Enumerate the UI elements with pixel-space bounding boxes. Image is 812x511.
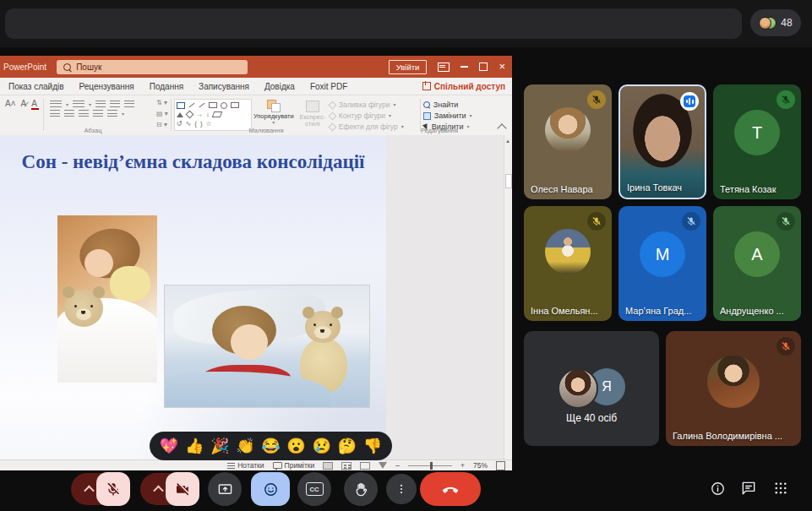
find-button[interactable]: Знайти [423, 101, 501, 109]
signin-button[interactable]: Увійти [389, 60, 428, 74]
scroll-up-icon[interactable]: ▲ [505, 139, 510, 144]
participant-tile[interactable]: Т Тетяна Козак [713, 84, 801, 199]
arrow-shape-icon[interactable] [199, 103, 204, 107]
align-center-icon[interactable] [64, 110, 74, 117]
justify-icon[interactable] [93, 110, 103, 117]
slideshow-view-icon[interactable] [379, 462, 387, 469]
ribbon-display-options-icon[interactable] [438, 63, 450, 72]
text-direction-icon[interactable]: ⇅ ▾ [156, 99, 168, 106]
chat-button[interactable] [738, 479, 759, 497]
down-arrow-shape-icon[interactable]: ↓ [206, 111, 210, 118]
captions-button[interactable]: CC [297, 472, 331, 506]
tab-slideshow[interactable]: Показ слайдів [8, 82, 64, 91]
font-color-icon[interactable]: A [31, 99, 37, 108]
tab-help[interactable]: Довідка [264, 82, 295, 91]
normal-view-icon[interactable] [323, 462, 333, 470]
participant-tile[interactable]: Олеся Навара [524, 84, 612, 199]
reaction-joy[interactable]: 😂 [261, 438, 280, 454]
zoom-in-icon[interactable]: + [460, 461, 465, 470]
textbox-shape-icon[interactable] [177, 102, 185, 109]
scrollbar-thumb[interactable] [505, 174, 512, 188]
increase-font-icon[interactable]: A˄ [5, 99, 16, 108]
quick-styles-button[interactable]: Експрес-стилі [296, 99, 330, 128]
participants-count-pill[interactable]: 48 [750, 9, 801, 36]
reaction-sparkling-heart[interactable]: 💖 [160, 438, 178, 454]
shape-effects-button[interactable]: Ефекти для фігур ▾ [330, 122, 417, 131]
reading-view-icon[interactable] [360, 462, 370, 470]
rounded-rect-shape-icon[interactable] [231, 102, 239, 108]
more-options-button[interactable] [386, 474, 417, 504]
align-right-icon[interactable] [79, 110, 89, 117]
vertical-scrollbar[interactable]: ▲ [504, 135, 512, 459]
triangle-shape-icon[interactable] [177, 112, 183, 117]
end-call-button[interactable] [420, 472, 481, 506]
right-brace-shape-icon[interactable]: } [200, 121, 203, 128]
present-screen-button[interactable] [208, 472, 242, 506]
slide-sorter-view-icon[interactable] [341, 462, 352, 470]
participant-tile[interactable]: Галина Володимирівна ... [666, 331, 801, 446]
tab-view[interactable]: Подання [150, 82, 183, 91]
rectangle-shape-icon[interactable] [209, 102, 217, 108]
parallelogram-shape-icon[interactable] [212, 111, 223, 117]
close-icon[interactable]: × [499, 63, 505, 71]
reaction-clap[interactable]: 👏 [236, 438, 254, 454]
camera-toggle-button[interactable] [166, 472, 199, 506]
line-spacing-icon[interactable] [124, 101, 134, 108]
star-shape-icon[interactable]: ☆ [206, 121, 212, 128]
line-shape-icon[interactable] [188, 103, 194, 107]
ppt-search-box[interactable]: Пошук [57, 60, 248, 74]
curve-shape-icon[interactable]: ∿ [186, 121, 192, 128]
paragraph-extra-tools[interactable]: ⇅ ▾ ▤ ▾ ⊟ ▾ [156, 99, 168, 128]
raise-hand-button[interactable] [344, 472, 378, 506]
participant-tile-active-speaker[interactable]: Ірина Товкач [619, 84, 706, 199]
mic-toggle-button[interactable] [96, 472, 130, 506]
participant-mini-avatar [759, 17, 771, 30]
reaction-thumbs-down[interactable]: 👎 [363, 438, 382, 454]
participant-tile[interactable]: Інна Омельян... [524, 206, 612, 321]
align-left-icon[interactable] [50, 110, 60, 117]
minimize-icon[interactable] [460, 66, 468, 68]
reaction-thumbs-up[interactable]: 👍 [185, 438, 204, 454]
participant-tile[interactable]: А Андрущенко ... [713, 206, 801, 321]
share-button[interactable]: Спільний доступ [422, 82, 505, 91]
shape-fill-button[interactable]: Заливка фігури ▾ [330, 101, 417, 109]
tab-review[interactable]: Рецензування [79, 82, 134, 91]
oval-shape-icon[interactable] [221, 102, 227, 109]
avatar [558, 368, 598, 409]
arrange-button[interactable]: Упорядкувати ▾ [252, 99, 296, 125]
left-brace-shape-icon[interactable]: { [194, 121, 197, 128]
tab-foxit-pdf[interactable]: Foxit PDF [310, 82, 347, 91]
reactions-toggle-button[interactable] [251, 472, 290, 506]
tab-record[interactable]: Записування [199, 82, 249, 91]
numbering-icon[interactable] [73, 101, 84, 108]
zoom-slider-thumb[interactable] [430, 462, 433, 470]
shapes-gallery[interactable]: → ↓ ↺ ∿ { } ☆ [174, 99, 252, 131]
font-tools[interactable]: A˄ A̷ A [0, 99, 41, 108]
replace-button[interactable]: Замінити ▾ [423, 111, 501, 120]
overflow-participants-tile[interactable]: Я Ще 40 осіб [524, 331, 659, 446]
smartart-icon[interactable]: ⊟ ▾ [156, 121, 168, 128]
reaction-astonished[interactable]: 😮 [286, 438, 305, 454]
shape-outline-button[interactable]: Контур фігури ▾ [330, 111, 417, 120]
reaction-thinking[interactable]: 🤔 [338, 438, 357, 454]
notes-button[interactable]: Нотатки [227, 461, 264, 470]
diamond-shape-icon[interactable] [185, 111, 193, 119]
freeform-shape-icon[interactable]: ↺ [177, 121, 183, 128]
right-arrow-shape-icon[interactable]: → [196, 111, 203, 118]
indent-increase-icon[interactable] [110, 101, 120, 108]
comments-button[interactable]: Примітки [273, 461, 315, 470]
activities-button[interactable] [771, 479, 791, 497]
meeting-details-button[interactable] [708, 479, 727, 497]
indent-decrease-icon[interactable] [95, 101, 106, 108]
columns-icon[interactable] [107, 110, 117, 117]
clear-format-icon[interactable]: A̷ [21, 99, 27, 108]
align-text-icon[interactable]: ▤ ▾ [156, 110, 168, 117]
reaction-party-popper[interactable]: 🎉 [210, 438, 229, 454]
participant-tile[interactable]: М Мар’яна Град... [619, 206, 706, 321]
restore-icon[interactable] [479, 63, 488, 71]
zoom-out-icon[interactable]: – [395, 461, 400, 470]
zoom-slider[interactable] [408, 465, 452, 466]
reaction-crying[interactable]: 😢 [312, 438, 330, 454]
bullets-icon[interactable] [50, 101, 62, 108]
fit-slide-icon[interactable] [496, 461, 505, 470]
